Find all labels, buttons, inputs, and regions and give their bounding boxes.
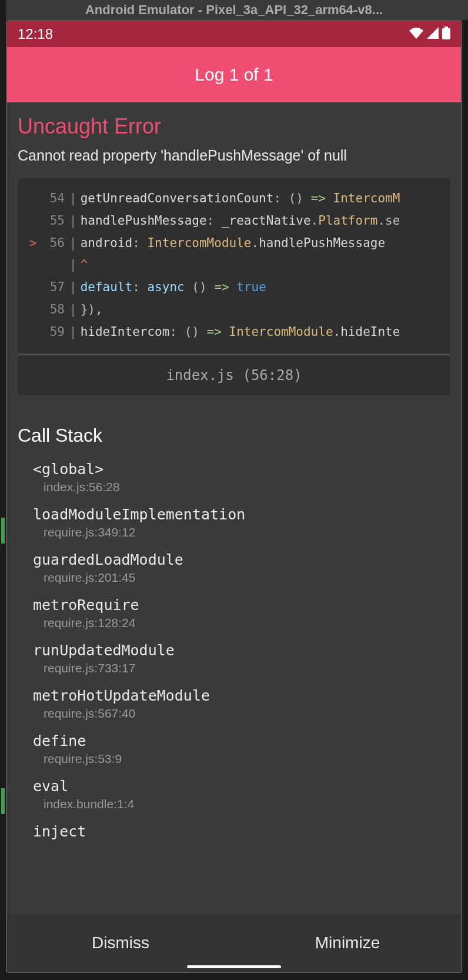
stack-frame[interactable]: guardedLoadModulerequire.js:201:45 [18, 551, 450, 585]
stack-location: require.js:349:12 [33, 525, 450, 539]
stack-function: inject [33, 823, 450, 840]
stack-location: require.js:201:45 [33, 571, 450, 585]
stack-frame[interactable]: metroHotUpdateModulerequire.js:567:40 [18, 687, 450, 721]
stack-frame[interactable]: inject [18, 823, 450, 840]
stack-frame[interactable]: evalindex.bundle:1:4 [18, 778, 450, 811]
code-snippet: 54|getUnreadConversationCount: () => Int… [18, 178, 450, 353]
error-message: Cannot read property 'handlePushMessage'… [18, 147, 450, 164]
stack-location: require.js:53:9 [33, 752, 450, 766]
log-counter: Log 1 of 1 [195, 65, 273, 85]
error-content[interactable]: Uncaught Error Cannot read property 'han… [7, 102, 461, 913]
left-edge [0, 0, 6, 980]
bottom-bar: Dismiss Minimize [7, 913, 461, 972]
battery-icon [442, 26, 450, 42]
stack-frame[interactable]: <global>index.js:56:28 [18, 461, 450, 494]
minimize-button[interactable]: Minimize [234, 914, 461, 972]
code-line: 59|hideIntercom: () => IntercomModule.hi… [24, 321, 444, 344]
status-bar: 12:18 [7, 21, 461, 47]
stack-location: require.js:567:40 [33, 706, 450, 721]
stack-function: define [33, 732, 450, 749]
source-location[interactable]: index.js (56:28) [18, 354, 450, 395]
status-icons [409, 26, 450, 42]
code-line: 57| default: async () => true [24, 276, 444, 299]
stack-function: loadModuleImplementation [33, 506, 450, 523]
stack-frame[interactable]: metroRequirerequire.js:128:24 [18, 596, 450, 630]
svg-rect-0 [442, 28, 450, 39]
stack-frame[interactable]: definerequire.js:53:9 [18, 732, 450, 766]
code-line: 54|getUnreadConversationCount: () => Int… [24, 188, 444, 210]
stack-frame[interactable]: loadModuleImplementationrequire.js:349:1… [18, 506, 450, 539]
stack-function: metroHotUpdateModule [33, 687, 450, 704]
stack-location: require.js:733:17 [33, 661, 450, 675]
cellular-icon [427, 27, 439, 41]
wifi-icon [409, 27, 423, 41]
stack-function: <global> [33, 461, 450, 478]
activity-indicator [1, 788, 5, 814]
window-title: Android Emulator - Pixel_3a_API_32_arm64… [0, 0, 468, 20]
svg-rect-1 [444, 26, 448, 28]
device-frame: 12:18 Log 1 of 1 Uncaught Error Cannot r… [6, 20, 462, 973]
activity-indicator [1, 518, 5, 544]
status-time: 12:18 [18, 26, 53, 42]
android-nav-handle[interactable] [187, 965, 281, 968]
code-line: 58|}), [24, 299, 444, 321]
stack-frame[interactable]: runUpdatedModulerequire.js:733:17 [18, 642, 450, 675]
dismiss-button[interactable]: Dismiss [7, 914, 234, 972]
stack-location: require.js:128:24 [33, 616, 450, 630]
stack-function: guardedLoadModule [33, 551, 450, 568]
call-stack-title: Call Stack [18, 425, 450, 446]
stack-function: runUpdatedModule [33, 642, 450, 659]
stack-function: metroRequire [33, 596, 450, 614]
error-title: Uncaught Error [18, 114, 450, 139]
code-line: >56| android: IntercomModule.handlePushM… [24, 232, 444, 255]
code-line: | ^ [24, 254, 444, 276]
call-stack-list: <global>index.js:56:28loadModuleImplemen… [18, 461, 450, 840]
stack-location: index.bundle:1:4 [33, 797, 450, 811]
code-line: 55|handlePushMessage: _reactNative.Platf… [24, 210, 444, 232]
stack-function: eval [33, 778, 450, 795]
log-header[interactable]: Log 1 of 1 [7, 47, 461, 102]
stack-location: index.js:56:28 [33, 480, 450, 494]
